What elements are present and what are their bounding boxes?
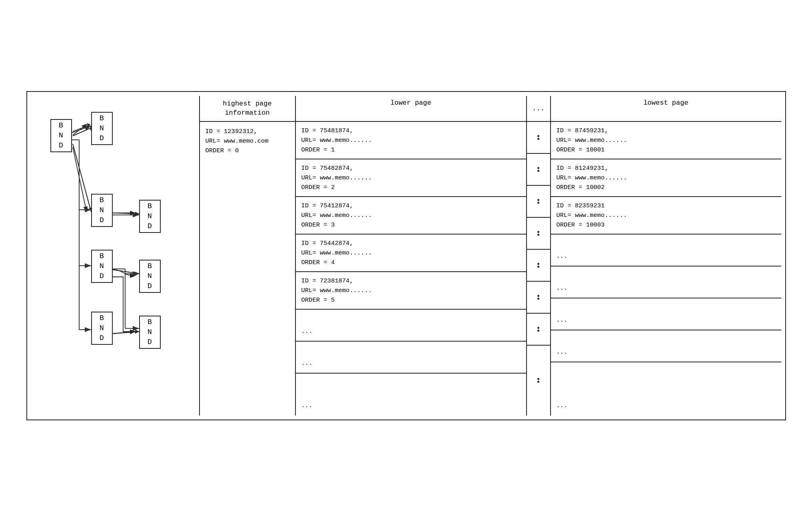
lower-1-url: URL= www.memo...... [301,135,521,145]
col-header-dots: ... [527,96,551,121]
n-label-gc3: N [148,327,152,337]
d-label-c3: D [100,271,104,281]
d-label-gc3: D [148,337,152,347]
lowest-4-dots: ... [557,251,568,261]
lower-4-url: URL= www.memo...... [301,248,521,258]
lower-cell-3: ID = 75412874, URL= www.memo...... ORDER… [296,197,526,235]
dots-cell-8 [527,346,550,415]
tree-node-gc2: B N D [139,260,161,293]
tree-node-gc3: B N D [139,316,161,349]
d-label-gc2: D [148,281,152,291]
lower-1-id: ID = 75481874, [301,126,521,135]
lowest-cell-1: ID = 87459231, URL= www.memo...... ORDER… [551,122,781,159]
svg-line-0 [73,128,91,136]
lower-5-order: ORDER = 5 [301,295,521,305]
lowest-cell-7: ... [551,330,781,362]
b-label-c1: B [100,113,104,123]
lowest-cell-8: ... [551,362,781,415]
n-label-gc1: N [148,211,152,221]
svg-marker-11 [87,123,90,127]
highest-id: ID = 12392312, [205,127,289,136]
tree-node-child1: B N D [91,112,113,145]
lowest-5-dots: ... [557,283,568,293]
d-label-gc1: D [148,221,152,231]
lowest-8-dots: ... [557,401,568,410]
svg-line-13 [72,126,91,133]
lowest-cell-6: ... [551,298,781,330]
tree-node-gc1: B N D [139,200,161,233]
highest-col-body: ID = 12392312, URL= www.memo.com ORDER =… [200,122,296,415]
lower-5-url: URL= www.memo...... [301,286,521,295]
col-header-highest: highest pageinformation [200,96,296,121]
table-body: ID = 12392312, URL= www.memo.com ORDER =… [200,122,781,415]
lower-col-body: ID = 75481874, URL= www.memo...... ORDER… [296,122,527,415]
lower-5-id: ID = 72381874, [301,276,521,286]
col-lower-label: lower page [390,99,431,107]
lowest-cell-3: ID = 82359231 URL= www.memo...... ORDER … [551,197,781,235]
lower-2-id: ID = 75482874, [301,163,521,173]
d-label: D [59,141,63,151]
lowest-1-id: ID = 87459231, [557,126,776,135]
lowest-cell-4: ... [551,235,781,266]
dots-cell-7 [527,314,550,346]
table-section: highest pageinformation lower page ... l… [199,96,781,416]
col-header-lowest: lowest page [551,96,781,121]
col-lowest-label: lowest page [643,99,688,107]
highest-order: ORDER = 0 [205,146,289,155]
n-label-c3: N [100,261,104,271]
lower-cell-7: ... [296,342,526,374]
tree-node-child4: B N D [91,312,113,345]
lower-cell-1: ID = 75481874, URL= www.memo...... ORDER… [296,122,526,159]
b-label-c3: B [100,251,104,261]
lowest-2-url: URL= www.memo...... [557,173,776,183]
b-label-c4: B [100,313,104,323]
lower-cell-2: ID = 75482874, URL= www.memo...... ORDER… [296,159,526,197]
lowest-7-dots: ... [557,347,568,357]
col-dots-label: ... [532,105,545,112]
svg-marker-5 [135,212,139,216]
b-label-gc3: B [148,317,152,327]
lower-3-url: URL= www.memo...... [301,211,521,220]
lower-2-order: ORDER = 2 [301,183,521,192]
lowest-2-id: ID = 81249231, [557,163,776,173]
dots-cell-2 [527,154,550,186]
tree-section: B N D B N D B N D [31,96,199,416]
lower-cell-6: ... [296,310,526,342]
lowest-2-order: ORDER = 10002 [557,183,776,192]
d-label-c1: D [100,133,104,143]
dots-cell-4 [527,218,550,250]
highest-url: URL= www.memo.com [205,136,289,146]
svg-marker-9 [135,330,139,334]
lower-cell-8: ... [296,374,526,415]
lower-4-order: ORDER = 4 [301,258,521,267]
tree-container: B N D B N D B N D [39,104,199,408]
lower-8-dots: ... [301,401,313,410]
lowest-cell-5: ... [551,266,781,298]
svg-line-8 [113,332,139,334]
tree-node-child3: B N D [91,250,113,283]
lowest-col-body: ID = 87459231, URL= www.memo...... ORDER… [551,122,781,415]
d-label-c4: D [100,333,104,343]
lower-cell-4: ID = 75442874, URL= www.memo...... ORDER… [296,235,526,272]
n-label-c1: N [100,123,104,133]
b-label-c2: B [100,195,104,205]
b-label-gc2: B [148,261,152,271]
lowest-3-id: ID = 82359231 [557,201,776,211]
dots-cell-1 [527,122,550,154]
lower-2-url: URL= www.memo...... [301,173,521,183]
b-label: B [59,121,63,131]
lower-cell-5: ID = 72381874, URL= www.memo...... ORDER… [296,272,526,310]
svg-line-10 [73,125,90,131]
svg-line-2 [73,144,91,212]
n-label: N [59,131,63,141]
lowest-3-url: URL= www.memo...... [557,211,776,220]
b-label-gc1: B [148,201,152,211]
tree-node-child2: B N D [91,194,113,227]
dots-cell-6 [527,282,550,314]
col-highest-label: highest pageinformation [223,100,271,117]
lowest-6-dots: ... [557,315,568,325]
lowest-1-url: URL= www.memo...... [557,135,776,145]
svg-line-6 [113,270,139,274]
col-header-lower: lower page [296,96,527,121]
lower-1-order: ORDER = 1 [301,145,521,155]
